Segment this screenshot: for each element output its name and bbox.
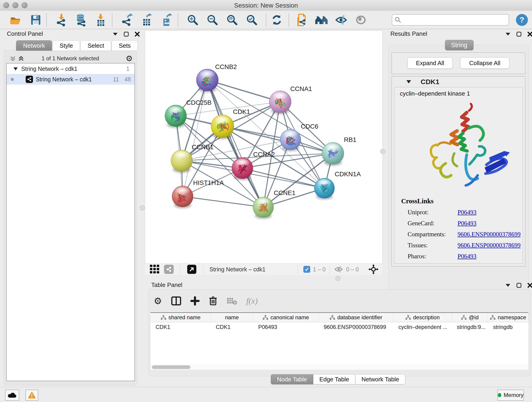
panel-float-icon[interactable]: [516, 32, 521, 37]
panel-collapse-icon[interactable]: [505, 284, 510, 287]
network-row[interactable]: String Network – cdk1 11 48: [7, 74, 134, 85]
string-import-button[interactable]: [294, 13, 310, 27]
left-splitter-handle[interactable]: [140, 205, 145, 211]
crosslink-link[interactable]: P06493: [457, 253, 476, 260]
crosslink-link[interactable]: 9606.ENSP00000378699: [457, 231, 520, 238]
import-network-button[interactable]: [53, 13, 69, 27]
table-cell[interactable]: stringdb:9...: [452, 322, 488, 332]
column-header-description[interactable]: description: [393, 313, 452, 322]
column-header-shared-name[interactable]: shared name: [151, 313, 211, 322]
edge-CCNB2-CCNE1[interactable]: [207, 80, 263, 207]
open-session-button[interactable]: [7, 13, 24, 27]
horizontal-splitter-handle[interactable]: [336, 276, 341, 281]
tab-node-table[interactable]: Node Table: [271, 374, 313, 384]
help-button[interactable]: ?: [516, 14, 528, 26]
add-column-icon[interactable]: [190, 296, 200, 306]
table-cell[interactable]: CDK1: [151, 322, 211, 332]
import-network-from-database-button[interactable]: [73, 13, 89, 27]
node-CDKN1A[interactable]: CDKN1A: [314, 171, 361, 199]
expand-all-button[interactable]: Expand All: [407, 57, 453, 69]
export-image-button[interactable]: [158, 13, 174, 27]
column-header--id[interactable]: @id: [452, 313, 488, 322]
table-row[interactable]: CDK1CDK1P064939606.ENSP00000378699cyclin…: [151, 322, 528, 332]
scrollbar-thumb[interactable]: [152, 365, 190, 369]
network-view-type-button[interactable]: [164, 265, 174, 274]
column-header-namespace[interactable]: namespace: [488, 313, 528, 322]
column-header-name[interactable]: name: [211, 313, 253, 322]
crosslink-link[interactable]: 9606.ENSP00000378699: [457, 242, 520, 249]
tab-network[interactable]: Network: [16, 40, 52, 51]
column-header-database-identifier[interactable]: database identifier: [319, 313, 393, 322]
birdseye-grid-icon[interactable]: [150, 265, 160, 274]
table-cell[interactable]: CDK1: [211, 322, 253, 332]
node-expander-icon[interactable]: [406, 80, 411, 83]
cloud-status-button[interactable]: [5, 390, 19, 401]
table-horizontal-scrollbar[interactable]: [151, 365, 528, 370]
node-HIST1H1A[interactable]: HIST1H1A: [172, 179, 224, 208]
search-input[interactable]: [401, 17, 501, 23]
network-options-gear-icon[interactable]: ⚙: [126, 54, 133, 63]
show-columns-icon[interactable]: [171, 296, 181, 306]
collection-expander-icon[interactable]: [13, 67, 18, 70]
function-builder-icon[interactable]: f(x): [246, 296, 258, 306]
column-header-canonical-name[interactable]: canonical name: [253, 313, 319, 322]
panel-close-icon[interactable]: [527, 283, 532, 288]
pan-crosshair-icon[interactable]: [368, 264, 379, 274]
right-splitter-handle[interactable]: [380, 149, 385, 154]
string-network-graph[interactable]: CCNB2CCNA1CDC25BCDK1CDC6RB1CCNB1CCNA2CDK…: [145, 31, 382, 264]
delete-column-icon[interactable]: [209, 296, 217, 306]
panel-collapse-icon[interactable]: [113, 32, 118, 36]
show-eye-button[interactable]: [353, 13, 369, 27]
tab-style[interactable]: Style: [52, 40, 80, 51]
column-type-icon: [263, 315, 268, 320]
edge-CCNE1-HIST1H1A[interactable]: [183, 196, 263, 207]
zoom-fit-button[interactable]: [224, 13, 240, 27]
selected-items-checkbox[interactable]: [303, 266, 310, 273]
table-cell[interactable]: P06493: [253, 322, 319, 332]
crosslink-link[interactable]: P06493: [457, 220, 476, 227]
crosslink-link[interactable]: P06493: [457, 209, 476, 216]
zoom-out-button[interactable]: [204, 13, 220, 27]
panel-float-icon[interactable]: [516, 283, 521, 288]
search-field[interactable]: [392, 14, 509, 26]
node-table[interactable]: shared namenamecanonical namedatabase id…: [151, 313, 528, 365]
table-cell[interactable]: cyclin–dependent ...: [393, 322, 452, 332]
warnings-button[interactable]: [25, 390, 38, 401]
detach-view-button[interactable]: [187, 265, 196, 274]
table-cell[interactable]: 9606.ENSP00000378699: [319, 322, 393, 332]
node-CCNB1[interactable]: CCNB1: [171, 143, 214, 173]
zoom-in-button[interactable]: [185, 13, 201, 27]
tab-string[interactable]: String: [445, 40, 474, 51]
save-session-button[interactable]: [28, 13, 44, 27]
apply-layout-button[interactable]: [269, 13, 285, 27]
tab-sets[interactable]: Sets: [112, 40, 138, 51]
collapse-all-button[interactable]: Collapse All: [460, 57, 510, 69]
panel-float-icon[interactable]: [124, 32, 129, 37]
tab-edge-table[interactable]: Edge Table: [313, 374, 355, 384]
panel-collapse-icon[interactable]: [505, 32, 510, 36]
hide-panel-eye-button[interactable]: [333, 13, 349, 27]
edge-CCNB2-CCNA1[interactable]: [207, 80, 280, 102]
network-canvas[interactable]: CCNB2CCNA1CDC25BCDK1CDC6RB1CCNB1CCNA2CDK…: [145, 31, 383, 264]
node-CDC25B[interactable]: CDC25B: [165, 99, 211, 128]
zoom-selected-button[interactable]: [244, 13, 260, 27]
delete-table-icon[interactable]: [227, 297, 237, 305]
node-RB1[interactable]: RB1: [322, 136, 356, 166]
table-cell[interactable]: stringdb: [488, 322, 528, 332]
table-settings-gear-icon[interactable]: ⚙: [154, 296, 162, 306]
network-collection-row[interactable]: String Network – cdk1 1: [7, 64, 134, 74]
panel-close-icon[interactable]: [135, 32, 140, 37]
panel-close-icon[interactable]: [527, 32, 532, 37]
node-CCNB2[interactable]: CCNB2: [196, 63, 237, 92]
node-name-heading: CDK1: [421, 78, 439, 86]
import-table-button[interactable]: [93, 13, 109, 27]
node-CCNA1[interactable]: CCNA1: [269, 85, 312, 114]
export-network-button[interactable]: [119, 13, 135, 27]
memory-button[interactable]: Memory: [497, 390, 524, 401]
hidden-items-eye-slash-icon[interactable]: [334, 266, 343, 273]
tab-network-table[interactable]: Network Table: [355, 374, 405, 384]
node-details-header[interactable]: CDK1: [392, 77, 525, 87]
tab-select[interactable]: Select: [80, 40, 111, 51]
export-table-button[interactable]: [139, 13, 155, 27]
string-home-button[interactable]: [313, 13, 329, 27]
